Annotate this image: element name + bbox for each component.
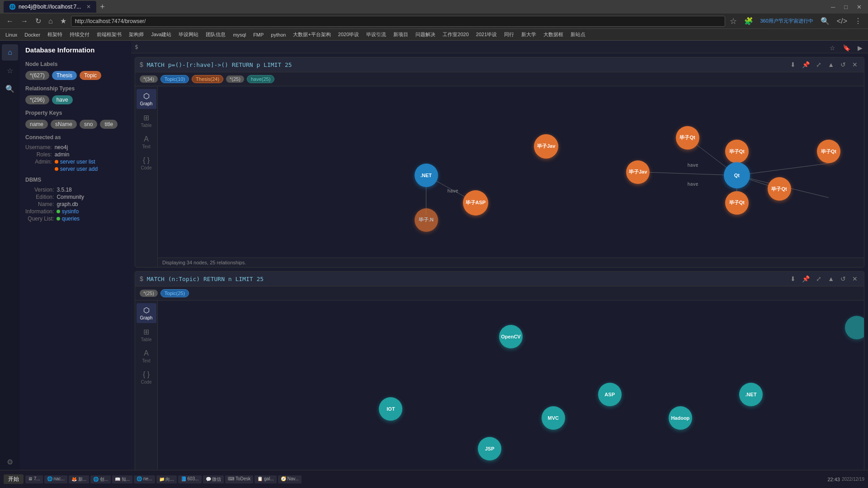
- qtag-2-all[interactable]: *(25): [140, 290, 158, 297]
- bookmark-linux[interactable]: Linux: [3, 31, 20, 38]
- bookmark-21[interactable]: 新大学: [519, 30, 539, 39]
- bookmark-10[interactable]: mysql: [230, 31, 249, 38]
- server-user-list-link[interactable]: server user list: [60, 159, 95, 165]
- query-1-refresh[interactable]: ↺: [839, 60, 848, 69]
- bookmark-18[interactable]: 工作室2020: [440, 30, 471, 39]
- node-asp[interactable]: ASP: [598, 383, 622, 406]
- bookmark-19[interactable]: 2021毕设: [473, 30, 500, 39]
- tag-sname[interactable]: sName: [51, 120, 77, 129]
- bookmark-16[interactable]: 新项目: [391, 30, 411, 39]
- search-nav-button[interactable]: 🔍: [818, 16, 832, 26]
- back-button[interactable]: ←: [4, 16, 16, 26]
- node-bizi-qt-1[interactable]: 毕子Qt: [676, 126, 699, 150]
- qtag-2-topic[interactable]: Topic(25): [160, 289, 189, 297]
- query-1-close[interactable]: ✕: [850, 60, 859, 69]
- taskbar-item-1[interactable]: 🖥 7...: [25, 475, 43, 483]
- tag-all-rels[interactable]: *(296): [25, 95, 49, 104]
- bookmark-14[interactable]: 2020毕设: [335, 30, 362, 39]
- bookmark-6[interactable]: 架构师: [126, 30, 146, 39]
- query-2-expand[interactable]: ⤢: [814, 274, 823, 283]
- node-partial-right[interactable]: [845, 316, 864, 339]
- new-tab-button[interactable]: +: [100, 2, 105, 12]
- taskbar-item-12[interactable]: 🧭 Nav...: [278, 475, 302, 483]
- query-2-up[interactable]: ▲: [826, 274, 836, 283]
- bookmark-8[interactable]: 毕设网站: [176, 30, 201, 39]
- queries-link[interactable]: queries: [62, 216, 80, 222]
- bookmark-button[interactable]: ★: [57, 16, 69, 26]
- taskbar-item-8[interactable]: 📘 603...: [178, 475, 202, 483]
- sysinfo-link[interactable]: sysinfo: [62, 208, 79, 215]
- window-close[interactable]: ✕: [854, 4, 864, 10]
- node-bizi-jav-2[interactable]: 毕子Jav: [626, 160, 650, 184]
- query-1-tab-code[interactable]: { } Code: [137, 154, 156, 173]
- sidebar-favorites-icon[interactable]: ☆: [2, 62, 18, 79]
- tag-all-nodes[interactable]: *(627): [25, 71, 49, 80]
- empty-bookmark-btn[interactable]: 🔖: [841, 43, 852, 52]
- sidebar-search-icon[interactable]: 🔍: [2, 80, 18, 97]
- qtag-1-all[interactable]: *(34): [140, 75, 158, 83]
- taskbar-item-11[interactable]: 📋 gal...: [255, 475, 276, 483]
- bookmark-7[interactable]: Java建站: [148, 30, 174, 39]
- refresh-button[interactable]: ↻: [33, 16, 44, 26]
- node-jsp[interactable]: JSP: [478, 437, 501, 460]
- node-net-topic[interactable]: .NET: [739, 383, 763, 406]
- sidebar-settings-icon[interactable]: ⚙: [2, 454, 18, 470]
- taskbar-item-2[interactable]: 🌐 nac...: [44, 475, 67, 483]
- node-bizi-net-thesis[interactable]: 毕子.N: [415, 208, 438, 232]
- bookmark-4[interactable]: 持续交付: [67, 30, 92, 39]
- 360-button[interactable]: 360用户节元宇宙进行中: [758, 17, 816, 25]
- url-input[interactable]: [71, 16, 725, 27]
- node-iot[interactable]: IOT: [379, 397, 402, 421]
- sidebar-home-icon[interactable]: ⌂: [2, 44, 18, 61]
- taskbar-item-3[interactable]: 🦊 新...: [69, 475, 89, 483]
- home-button[interactable]: ⌂: [46, 16, 56, 26]
- bookmark-22[interactable]: 大数据框: [541, 30, 566, 39]
- bookmark-3[interactable]: 框架特: [45, 30, 65, 39]
- empty-play-btn[interactable]: ▶: [856, 43, 864, 52]
- server-user-add-link[interactable]: server user add: [60, 166, 98, 172]
- taskbar-item-5[interactable]: 📖 知...: [112, 475, 132, 483]
- bookmark-9[interactable]: 团队信息: [203, 30, 228, 39]
- tag-sno[interactable]: sno: [80, 120, 97, 129]
- qtag-1-have[interactable]: have(25): [247, 75, 274, 83]
- tag-topic[interactable]: Topic: [80, 71, 101, 80]
- star-button[interactable]: ☆: [727, 15, 740, 27]
- bookmark-13[interactable]: 大数据+平台架构: [290, 30, 333, 39]
- node-hadoop[interactable]: Hadoop: [669, 406, 692, 430]
- query-2-pin[interactable]: 📌: [800, 274, 811, 283]
- empty-star-btn[interactable]: ☆: [828, 43, 837, 52]
- bookmark-11[interactable]: FMP: [250, 31, 266, 38]
- qtag-1-rels[interactable]: *(25): [226, 75, 244, 83]
- node-bizi-qt-4[interactable]: 毕子Qt: [768, 177, 791, 201]
- bookmark-docker[interactable]: Docker: [22, 31, 43, 38]
- node-bizi-asp[interactable]: 毕子ASP: [463, 190, 488, 216]
- query-2-tab-table[interactable]: ⊞ Table: [137, 325, 156, 345]
- bookmark-20[interactable]: 同行: [501, 30, 517, 39]
- query-2-download[interactable]: ⬇: [788, 274, 797, 283]
- bookmark-5[interactable]: 前端框架书: [94, 30, 124, 39]
- query-2-tab-text[interactable]: A Text: [137, 347, 156, 366]
- query-1-tab-text[interactable]: A Text: [137, 132, 156, 152]
- taskbar-item-7[interactable]: 📁 向...: [156, 475, 177, 483]
- query-1-tab-graph[interactable]: ⬡ Graph: [137, 89, 156, 109]
- extensions-button[interactable]: 🧩: [741, 16, 756, 26]
- node-net[interactable]: .NET: [415, 164, 438, 187]
- browser-tab[interactable]: 🌐 neo4j@bolt://localhost:7... ✕: [4, 1, 96, 13]
- node-bizi-qt-5[interactable]: 毕子Qt: [725, 191, 749, 215]
- query-1-pin[interactable]: 📌: [800, 60, 811, 69]
- query-1-download[interactable]: ⬇: [788, 60, 797, 69]
- node-bizi-qt-2[interactable]: 毕子Qt: [725, 140, 749, 163]
- node-mvc[interactable]: MVC: [542, 406, 565, 430]
- forward-button[interactable]: →: [18, 16, 31, 26]
- start-button[interactable]: 开始: [4, 474, 24, 484]
- menu-button[interactable]: ⋮: [852, 16, 864, 26]
- tag-name[interactable]: name: [25, 120, 48, 129]
- query-2-tab-graph[interactable]: ⬡ Graph: [137, 303, 156, 323]
- query-1-expand[interactable]: ⤢: [814, 60, 823, 69]
- qtag-1-thesis[interactable]: Thesis(24): [192, 75, 223, 83]
- taskbar-item-9[interactable]: 💬 微信: [203, 475, 224, 483]
- tag-have[interactable]: have: [52, 95, 73, 104]
- query-2-close[interactable]: ✕: [850, 274, 859, 283]
- bookmark-15[interactable]: 毕设引流: [363, 30, 389, 39]
- window-maximize[interactable]: □: [841, 4, 850, 10]
